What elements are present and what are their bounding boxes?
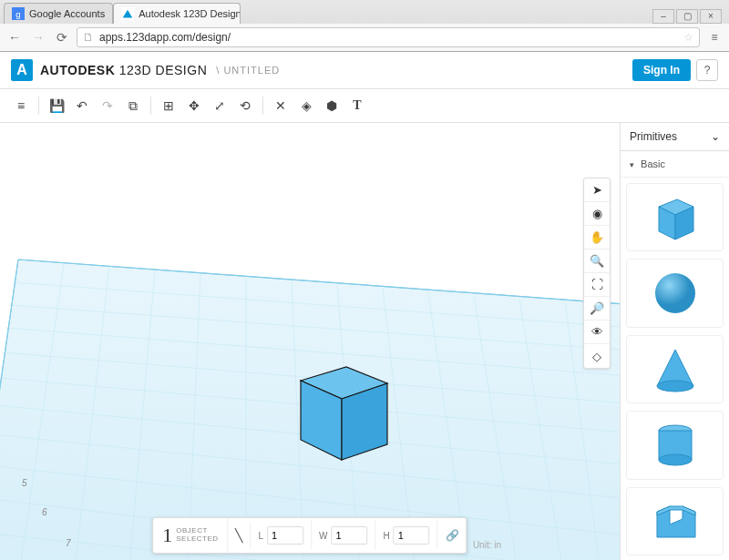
shape-sphere[interactable] <box>626 259 724 327</box>
pan-tool[interactable]: ✋ <box>584 226 610 249</box>
link-dims-icon[interactable]: 🔗 <box>438 524 467 547</box>
panel-header[interactable]: Primitives ⌄ <box>621 123 729 151</box>
selected-cube[interactable] <box>282 349 401 467</box>
selection-count: 1 <box>162 524 172 547</box>
main-toolbar: ≡ 💾 ↶ ↷ ⧉ ⊞ ✥ ⤢ ⟲ ✕ ◈ ⬢ T <box>0 89 729 123</box>
back-button[interactable]: ← <box>5 28 24 46</box>
height-input[interactable] <box>394 526 430 545</box>
chevron-down-icon: ⌄ <box>711 130 720 143</box>
selection-bar: 1 OBJECT SELECTED ╲ L W H 🔗 <box>152 517 467 554</box>
edge-tool[interactable]: ╲ <box>228 523 251 548</box>
page-icon: 🗋 <box>83 31 94 44</box>
shape-ushape[interactable] <box>626 487 724 555</box>
transform-button[interactable]: ⊞ <box>157 95 180 117</box>
dim-height: H <box>376 521 438 550</box>
chrome-menu-button[interactable]: ≡ <box>705 28 724 46</box>
scale-button[interactable]: ⤢ <box>208 95 231 117</box>
url-text: apps.123dapp.com/design/ <box>99 31 231 44</box>
panel-section[interactable]: ▾ Basic <box>621 151 729 178</box>
shape-cone[interactable] <box>626 335 724 403</box>
section-title: Basic <box>641 158 665 169</box>
zoom-fit-tool[interactable]: 🔍 <box>584 249 610 273</box>
rotate-button[interactable]: ⟲ <box>233 95 257 117</box>
orbit-tool[interactable]: ◉ <box>584 202 610 226</box>
axis-label: 7 <box>66 538 71 548</box>
shape-list <box>621 178 729 560</box>
axis-label: 5 <box>22 478 27 488</box>
axis-label: 6 <box>42 507 47 517</box>
svg-point-41 <box>659 454 692 465</box>
tab-title: Google Accounts <box>29 8 105 19</box>
move-button[interactable]: ✥ <box>182 95 206 117</box>
close-button[interactable]: × <box>700 9 722 24</box>
star-icon[interactable]: ☆ <box>683 31 693 44</box>
canvas[interactable]: 5 6 7 ➤ ◉ ✋ 🔍 ⛶ 🔎 👁 ◇ 1 OBJECT SE <box>0 123 620 560</box>
selection-label: OBJECT SELECTED <box>176 527 218 544</box>
minimize-button[interactable]: – <box>652 9 674 24</box>
forward-button[interactable]: → <box>29 28 47 46</box>
autodesk-favicon <box>121 7 134 20</box>
workspace: 5 6 7 ➤ ◉ ✋ 🔍 ⛶ 🔎 👁 ◇ 1 OBJECT SE <box>0 123 729 560</box>
svg-point-36 <box>655 273 695 313</box>
width-input[interactable] <box>332 526 368 545</box>
browser-tabs: g Google Accounts Autodesk 123D Design ×… <box>0 0 729 24</box>
dim-width: W <box>312 521 375 550</box>
menu-button[interactable]: ≡ <box>9 95 33 117</box>
snap-tool[interactable]: ◇ <box>584 344 610 368</box>
save-button[interactable]: 💾 <box>45 95 68 117</box>
zoom-region-tool[interactable]: ⛶ <box>584 273 610 297</box>
pointer-tool[interactable]: ➤ <box>584 178 610 202</box>
google-favicon: g <box>12 7 25 20</box>
selection-info: 1 OBJECT SELECTED <box>153 518 228 553</box>
zoom-tool[interactable]: 🔎 <box>584 297 610 321</box>
svg-text:g: g <box>15 9 20 19</box>
visibility-tool[interactable]: 👁 <box>584 321 610 344</box>
chevron-down-icon: ▾ <box>630 160 634 169</box>
browser-chrome: g Google Accounts Autodesk 123D Design ×… <box>0 0 729 52</box>
browser-tab[interactable]: Autodesk 123D Design × <box>113 3 241 24</box>
view-toolbar: ➤ ◉ ✋ 🔍 ⛶ 🔎 👁 ◇ <box>583 178 611 369</box>
panel-title: Primitives <box>630 130 677 143</box>
signin-button[interactable]: Sign In <box>632 59 691 81</box>
length-input[interactable] <box>267 526 303 545</box>
shape-cube[interactable] <box>626 183 724 251</box>
redo-button[interactable]: ↷ <box>96 95 119 117</box>
undo-button[interactable]: ↶ <box>70 95 94 117</box>
url-bar[interactable]: 🗋 apps.123dapp.com/design/ ☆ <box>77 27 700 47</box>
primitives-panel: Primitives ⌄ ▾ Basic <box>620 123 729 560</box>
reload-button[interactable]: ⟳ <box>53 28 71 46</box>
doc-title: \ UNTITLED <box>216 65 280 76</box>
unit-label: Unit: in <box>473 540 501 550</box>
help-button[interactable]: ? <box>696 59 718 81</box>
text-button[interactable]: T <box>345 95 369 117</box>
primitive-button[interactable]: ◈ <box>294 95 318 117</box>
copy-button[interactable]: ⧉ <box>121 95 145 117</box>
tab-title: Autodesk 123D Design <box>139 8 241 19</box>
browser-tab[interactable]: g Google Accounts <box>4 3 113 24</box>
window-controls: – ▢ × <box>652 9 725 24</box>
dim-length: L <box>251 521 312 550</box>
shape-cylinder[interactable] <box>626 411 724 479</box>
maximize-button[interactable]: ▢ <box>676 9 698 24</box>
svg-point-38 <box>657 381 693 392</box>
app-logo-icon: A <box>11 59 33 81</box>
app-title: AUTODESK 123D DESIGN <box>40 63 207 77</box>
tools-button[interactable]: ✕ <box>269 95 293 117</box>
combine-button[interactable]: ⬢ <box>320 95 344 117</box>
app-header: A AUTODESK 123D DESIGN \ UNTITLED Sign I… <box>0 52 729 89</box>
browser-navbar: ← → ⟳ 🗋 apps.123dapp.com/design/ ☆ ≡ <box>0 24 729 51</box>
